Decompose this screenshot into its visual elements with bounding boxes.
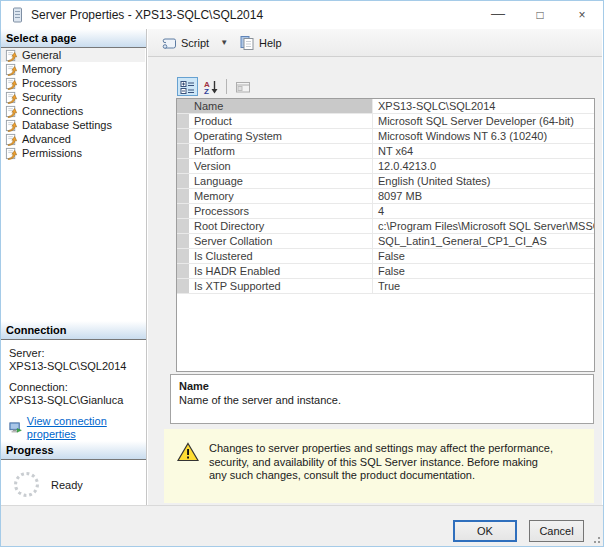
property-name[interactable]: Name [177, 99, 373, 113]
sort-az-icon [203, 79, 219, 95]
sidebar-item-advanced[interactable]: Advanced [1, 132, 145, 146]
server-properties-icon [11, 7, 24, 23]
property-row-processors[interactable]: Processors 4 [177, 204, 594, 219]
maximize-button[interactable]: □ [519, 1, 561, 29]
property-row-platform[interactable]: Platform NT x64 [177, 144, 594, 159]
page-icon [5, 77, 18, 90]
categorized-icon [180, 79, 196, 95]
page-icon [5, 133, 18, 146]
alphabetical-sort-button[interactable] [200, 77, 221, 96]
property-pages-button [232, 77, 253, 96]
sidebar-item-label: Permissions [22, 147, 82, 159]
property-row-root-directory[interactable]: Root Directory c:\Program Files\Microsof… [177, 219, 594, 234]
connection-label: Connection: [9, 381, 140, 394]
warning-icon [177, 442, 199, 462]
property-row-memory[interactable]: Memory 8097 MB [177, 189, 594, 204]
button-bar: OK Cancel [1, 505, 603, 546]
script-dropdown-arrow[interactable]: ▼ [215, 35, 233, 50]
sidebar: Select a page General Memory Processors … [1, 29, 147, 506]
property-row-operating-system[interactable]: Operating System Microsoft Windows NT 6.… [177, 129, 594, 144]
property-name[interactable]: Processors [177, 204, 373, 218]
page-icon [5, 63, 18, 76]
property-grid: Name XPS13-SQLC\SQL2014 Product Microsof… [176, 98, 595, 372]
property-value[interactable]: SQL_Latin1_General_CP1_CI_AS [373, 234, 594, 248]
property-row-server-collation[interactable]: Server Collation SQL_Latin1_General_CP1_… [177, 234, 594, 249]
property-value[interactable]: English (United States) [373, 174, 594, 188]
general-page-content: Name XPS13-SQLC\SQL2014 Product Microsof… [148, 57, 602, 506]
property-name[interactable]: Product [177, 114, 373, 128]
page-icon [5, 147, 18, 160]
sidebar-item-label: Memory [22, 63, 62, 75]
property-name[interactable]: Platform [177, 144, 373, 158]
connection-value: XPS13-SQLC\Gianluca [9, 394, 140, 407]
sidebar-item-label: Database Settings [22, 119, 112, 131]
sidebar-item-security[interactable]: Security [1, 90, 145, 104]
page-tree: General Memory Processors Security Conne… [1, 48, 145, 160]
property-value[interactable]: Microsoft Windows NT 6.3 (10240) [373, 129, 594, 143]
ok-button[interactable]: OK [453, 520, 517, 542]
minimize-button[interactable]: — [477, 1, 519, 29]
warning-text: Changes to server properties and setting… [209, 442, 556, 503]
sidebar-item-label: Processors [22, 77, 77, 89]
property-value[interactable]: 8097 MB [373, 189, 594, 203]
cancel-button[interactable]: Cancel [529, 520, 584, 542]
property-row-version[interactable]: Version 12.0.4213.0 [177, 159, 594, 174]
property-row-language[interactable]: Language English (United States) [177, 174, 594, 189]
property-row-is-xtp-supported[interactable]: Is XTP Supported True [177, 279, 594, 294]
sidebar-item-database-settings[interactable]: Database Settings [1, 118, 145, 132]
property-row-is-clustered[interactable]: Is Clustered False [177, 249, 594, 264]
progress-status: Ready [51, 479, 83, 491]
help-button[interactable]: Help [235, 32, 286, 54]
property-value[interactable]: NT x64 [373, 144, 594, 158]
page-icon [5, 119, 18, 132]
progress-section: Progress Ready [1, 441, 146, 497]
server-label: Server: [9, 347, 140, 360]
property-name[interactable]: Is HADR Enabled [177, 264, 373, 278]
main-toolbar: Script ▼ Help [148, 29, 602, 57]
property-value[interactable]: Microsoft SQL Server Developer (64-bit) [373, 114, 594, 128]
property-name[interactable]: Operating System [177, 129, 373, 143]
property-name[interactable]: Is Clustered [177, 249, 373, 263]
property-name[interactable]: Version [177, 159, 373, 173]
categorized-button[interactable] [177, 77, 198, 96]
property-pages-icon [235, 79, 251, 95]
property-value[interactable]: False [373, 264, 594, 278]
property-name[interactable]: Memory [177, 189, 373, 203]
script-button[interactable]: Script [157, 33, 213, 53]
property-name[interactable]: Server Collation [177, 234, 373, 248]
property-value[interactable]: c:\Program Files\Microsoft SQL Server\MS… [373, 219, 594, 233]
property-name[interactable]: Root Directory [177, 219, 373, 233]
progress-spinner-icon [14, 472, 39, 497]
close-button[interactable]: × [561, 1, 603, 29]
toolbar-separator [226, 79, 227, 94]
connection-properties-icon [9, 421, 22, 435]
view-connection-properties-link[interactable]: View connection properties [27, 415, 140, 440]
titlebar: Server Properties - XPS13-SQLC\SQL2014 —… [1, 1, 603, 29]
sidebar-item-label: Advanced [22, 133, 71, 145]
connection-header: Connection [1, 321, 146, 340]
sidebar-item-memory[interactable]: Memory [1, 62, 145, 76]
sidebar-item-permissions[interactable]: Permissions [1, 146, 145, 160]
main-panel: Script ▼ Help [148, 29, 602, 506]
property-description-box: Name Name of the server and instance. [170, 374, 594, 424]
help-button-label: Help [259, 37, 282, 49]
progress-header: Progress [1, 441, 146, 460]
resize-grip[interactable] [592, 535, 600, 543]
sidebar-item-label: Connections [22, 105, 83, 117]
property-value[interactable]: XPS13-SQLC\SQL2014 [373, 99, 594, 113]
sidebar-item-general[interactable]: General [1, 48, 145, 62]
server-value: XPS13-SQLC\SQL2014 [9, 360, 140, 373]
sidebar-item-processors[interactable]: Processors [1, 76, 145, 90]
property-value[interactable]: 12.0.4213.0 [373, 159, 594, 173]
property-value[interactable]: False [373, 249, 594, 263]
warning-box: Changes to server properties and setting… [164, 429, 594, 503]
property-row-product[interactable]: Product Microsoft SQL Server Developer (… [177, 114, 594, 129]
property-name[interactable]: Is XTP Supported [177, 279, 373, 293]
sidebar-item-connections[interactable]: Connections [1, 104, 145, 118]
property-name[interactable]: Language [177, 174, 373, 188]
property-row-name[interactable]: Name XPS13-SQLC\SQL2014 [177, 99, 594, 114]
script-button-label: Script [181, 37, 209, 49]
property-row-is-hadr-enabled[interactable]: Is HADR Enabled False [177, 264, 594, 279]
property-value[interactable]: 4 [373, 204, 594, 218]
property-value[interactable]: True [373, 279, 594, 293]
